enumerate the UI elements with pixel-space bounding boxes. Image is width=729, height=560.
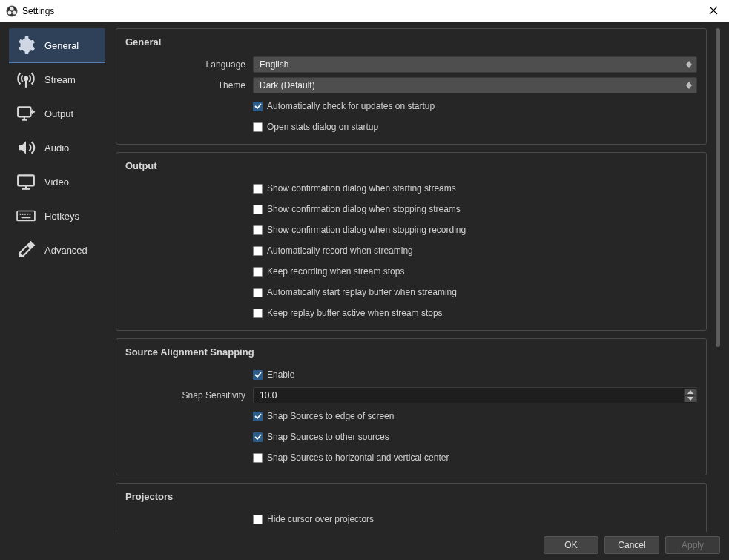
sidebar-item-label: Advanced xyxy=(44,245,88,256)
apply-button[interactable]: Apply xyxy=(665,536,720,554)
sidebar-item-hotkeys[interactable]: Hotkeys xyxy=(9,199,105,233)
checkbox-label: Snap Sources to horizontal and vertical … xyxy=(267,452,449,463)
checkbox-confirm-stop-recording[interactable]: Show confirmation dialog when stopping r… xyxy=(253,225,466,235)
svg-rect-12 xyxy=(17,211,35,221)
group-projectors: Projectors Hide cursor over projectors M… xyxy=(116,483,707,532)
sidebar-item-label: General xyxy=(44,40,79,51)
updown-icon xyxy=(685,59,693,70)
checkbox-icon xyxy=(253,122,263,132)
checkbox-snap-edge[interactable]: Snap Sources to edge of screen xyxy=(253,411,394,421)
language-label: Language xyxy=(125,59,253,70)
stream-icon xyxy=(15,68,37,90)
checkbox-label: Show confirmation dialog when stopping s… xyxy=(267,204,461,214)
checkbox-label: Automatically start replay buffer when s… xyxy=(267,287,457,297)
checkbox-open-stats[interactable]: Open stats dialog on startup xyxy=(253,122,378,132)
group-output: Output Show confirmation dialog when sta… xyxy=(116,152,707,331)
checkbox-auto-update[interactable]: Automatically check for updates on start… xyxy=(253,101,435,111)
checkbox-auto-replay-buffer[interactable]: Automatically start replay buffer when s… xyxy=(253,287,457,297)
main-row: General Stream Output Audio Video xyxy=(0,22,729,535)
svg-point-3 xyxy=(13,10,16,14)
group-title: Output xyxy=(125,160,697,171)
sidebar-item-video[interactable]: Video xyxy=(9,165,105,199)
checkbox-confirm-stop-stream[interactable]: Show confirmation dialog when stopping s… xyxy=(253,204,461,214)
checkbox-icon xyxy=(253,288,263,297)
output-icon xyxy=(15,102,37,125)
checkbox-label: Automatically record when streaming xyxy=(267,246,413,256)
theme-value: Dark (Default) xyxy=(260,80,315,90)
group-title: Source Alignment Snapping xyxy=(125,346,697,358)
sidebar-item-label: Stream xyxy=(44,74,76,85)
checkbox-icon xyxy=(253,412,263,421)
checkbox-keep-recording[interactable]: Keep recording when stream stops xyxy=(253,266,404,277)
checkbox-auto-record[interactable]: Automatically record when streaming xyxy=(253,246,413,256)
checkbox-confirm-start-stream[interactable]: Show confirmation dialog when starting s… xyxy=(253,183,456,194)
close-button[interactable] xyxy=(707,4,720,17)
theme-select[interactable]: Dark (Default) xyxy=(253,77,697,93)
checkbox-icon xyxy=(253,267,263,277)
checkbox-label: Automatically check for updates on start… xyxy=(267,101,435,111)
sidebar-item-label: Hotkeys xyxy=(44,211,79,222)
checkbox-icon xyxy=(253,246,263,256)
checkbox-icon xyxy=(253,453,263,463)
group-snapping: Source Alignment Snapping Enable Snap Se… xyxy=(116,338,707,475)
language-value: English xyxy=(260,59,288,70)
video-icon xyxy=(15,171,37,193)
checkbox-icon xyxy=(253,225,263,235)
checkbox-label: Show confirmation dialog when stopping r… xyxy=(267,225,466,235)
checkbox-label: Hide cursor over projectors xyxy=(267,514,374,524)
theme-label: Theme xyxy=(125,80,253,90)
checkbox-icon xyxy=(253,184,263,194)
checkbox-icon xyxy=(253,432,263,442)
sidebar-item-stream[interactable]: Stream xyxy=(9,62,105,96)
title-bar: Settings xyxy=(0,0,729,22)
scrollbar-thumb[interactable] xyxy=(716,28,720,347)
group-title: General xyxy=(125,36,697,47)
sidebar-item-advanced[interactable]: Advanced xyxy=(9,233,105,267)
checkbox-snap-other[interactable]: Snap Sources to other sources xyxy=(253,432,389,442)
svg-point-4 xyxy=(24,77,27,80)
checkbox-icon xyxy=(253,515,263,524)
checkbox-label: Snap Sources to edge of screen xyxy=(267,411,394,421)
checkbox-snap-center[interactable]: Snap Sources to horizontal and vertical … xyxy=(253,452,449,463)
checkbox-keep-replay-buffer[interactable]: Keep replay buffer active when stream st… xyxy=(253,308,443,318)
svg-point-19 xyxy=(19,255,21,257)
sidebar-item-label: Output xyxy=(44,108,73,119)
window-body: General Stream Output Audio Video xyxy=(0,22,729,560)
checkbox-label: Keep recording when stream stops xyxy=(267,266,404,277)
checkbox-label: Snap Sources to other sources xyxy=(267,432,389,442)
tools-icon xyxy=(15,239,37,261)
svg-point-2 xyxy=(8,10,12,14)
group-title: Projectors xyxy=(125,491,697,502)
svg-rect-9 xyxy=(18,175,34,185)
scrollbar[interactable] xyxy=(714,28,722,532)
keyboard-icon xyxy=(15,205,37,227)
content-scroll: General Language English Theme xyxy=(116,28,707,532)
sensitivity-input[interactable]: 10.0 xyxy=(253,387,697,403)
app-icon xyxy=(6,5,18,17)
checkbox-snap-enable[interactable]: Enable xyxy=(253,369,294,380)
sidebar-item-general[interactable]: General xyxy=(9,28,105,62)
checkbox-label: Enable xyxy=(267,369,294,380)
checkbox-hide-cursor[interactable]: Hide cursor over projectors xyxy=(253,514,374,524)
checkbox-label: Keep replay buffer active when stream st… xyxy=(267,308,443,318)
cancel-button[interactable]: Cancel xyxy=(604,536,659,554)
content-wrap: General Language English Theme xyxy=(116,28,722,532)
sidebar-item-audio[interactable]: Audio xyxy=(9,131,105,165)
spin-buttons[interactable] xyxy=(684,389,696,402)
checkbox-icon xyxy=(253,309,263,318)
audio-icon xyxy=(15,136,37,159)
sidebar-item-label: Video xyxy=(44,177,69,188)
updown-icon xyxy=(685,80,693,90)
checkbox-icon xyxy=(253,102,263,111)
checkbox-icon xyxy=(253,370,263,380)
sidebar: General Stream Output Audio Video xyxy=(9,28,105,532)
button-bar: OK Cancel Apply xyxy=(0,535,729,560)
checkbox-icon xyxy=(253,205,263,214)
window-title: Settings xyxy=(22,6,54,16)
language-select[interactable]: English xyxy=(253,56,697,73)
sidebar-item-output[interactable]: Output xyxy=(9,96,105,131)
sensitivity-label: Snap Sensitivity xyxy=(125,390,253,401)
svg-point-1 xyxy=(10,7,14,10)
checkbox-label: Show confirmation dialog when starting s… xyxy=(267,183,456,194)
ok-button[interactable]: OK xyxy=(544,536,598,554)
